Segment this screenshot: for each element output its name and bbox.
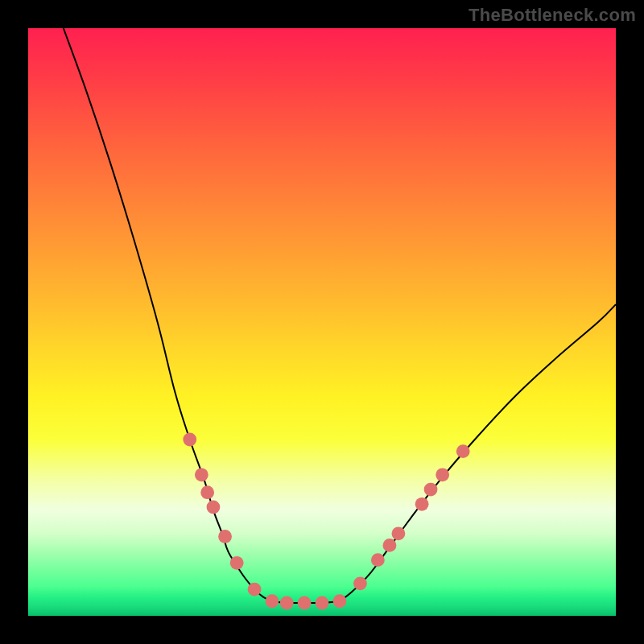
data-marker [207,501,221,514]
series-left-curve [64,28,272,601]
data-marker [266,594,279,608]
data-marker [436,468,449,481]
data-marker [248,583,262,597]
series-group [64,28,616,603]
plot-area [28,28,616,616]
data-marker [371,553,385,567]
chart-svg [28,28,616,616]
data-marker [353,576,367,590]
data-marker [392,526,406,540]
data-marker [316,597,329,610]
marker-group [183,433,469,610]
data-marker [195,468,208,481]
data-marker [280,597,294,610]
data-marker [456,444,470,458]
data-marker [415,497,429,511]
data-marker [200,485,214,499]
watermark-text: TheBottleneck.com [469,5,636,26]
data-marker [333,594,347,608]
data-marker [383,539,397,552]
data-marker [218,530,232,543]
data-marker [424,483,438,497]
data-marker [183,433,196,447]
data-marker [298,597,312,610]
chart-frame: TheBottleneck.com [0,0,644,644]
data-marker [230,556,244,570]
